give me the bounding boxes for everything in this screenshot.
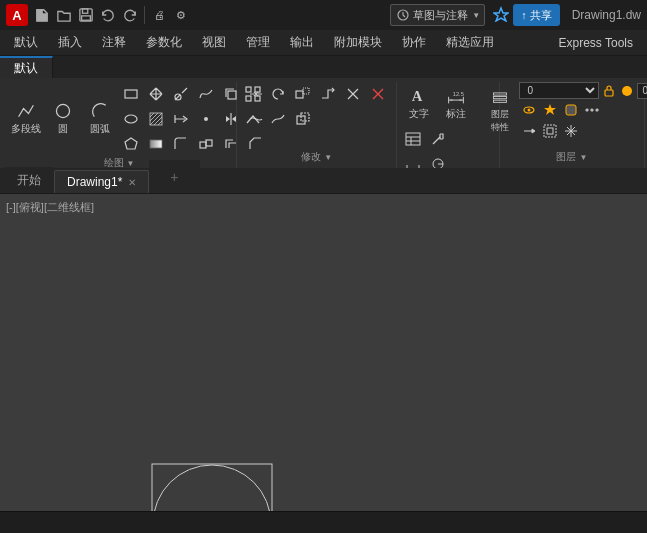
rectangle-tool[interactable] <box>119 82 143 106</box>
svg-line-13 <box>150 113 158 121</box>
menu-parametric[interactable]: 参数化 <box>136 31 192 54</box>
array-tool[interactable] <box>241 82 265 106</box>
stretch-tool[interactable] <box>316 82 340 106</box>
save-button[interactable] <box>76 5 96 25</box>
tab-drawing1[interactable]: Drawing1* ✕ <box>54 170 149 193</box>
group-layers: 图层特性 0 0 <box>500 82 645 168</box>
menu-output[interactable]: 输出 <box>280 31 324 54</box>
svg-rect-64 <box>566 105 576 115</box>
svg-point-73 <box>153 465 271 511</box>
modify-group-chevron[interactable]: ▼ <box>324 153 332 162</box>
layer-freeze2-icon[interactable] <box>561 121 581 141</box>
modify-group-label: 修改 <box>301 150 321 164</box>
drawing-area[interactable]: [-][俯视][二维线框] <box>0 194 647 511</box>
polyline-tool[interactable]: 多段线 <box>8 97 44 141</box>
tab-default[interactable]: 默认 <box>0 56 53 78</box>
plot-button[interactable]: 🖨 <box>149 5 169 25</box>
menu-view[interactable]: 视图 <box>192 31 236 54</box>
spline-tool[interactable] <box>194 82 218 106</box>
svg-rect-58 <box>494 100 507 102</box>
svg-marker-18 <box>125 138 137 149</box>
explode-tool[interactable] <box>341 82 365 106</box>
open-button[interactable] <box>54 5 74 25</box>
fillet-tool[interactable] <box>169 132 193 156</box>
hatch-tool[interactable] <box>144 107 168 131</box>
pedit-tool[interactable] <box>241 107 265 131</box>
menu-default[interactable]: 默认 <box>4 31 48 54</box>
layer-number: 0 <box>637 83 647 99</box>
layer-isolate-icon[interactable] <box>540 121 560 141</box>
move-tool[interactable] <box>144 82 168 106</box>
svg-rect-71 <box>544 125 556 137</box>
new-button[interactable] <box>32 5 52 25</box>
group-draw: 直线 多段线 圆 圆弧 <box>2 82 237 168</box>
workspace-dropdown[interactable]: 草图与注释 ▼ <box>390 4 485 26</box>
dim-linear-tool[interactable] <box>401 152 425 168</box>
app-logo[interactable]: A <box>6 4 28 26</box>
svg-marker-69 <box>532 129 535 133</box>
share-button[interactable]: ↑ 共享 <box>513 4 560 26</box>
arc-tool[interactable]: 圆弧 <box>82 97 118 141</box>
leader-tool[interactable] <box>426 127 450 151</box>
menu-featured[interactable]: 精选应用 <box>436 31 504 54</box>
ellipse-tool[interactable] <box>119 107 143 131</box>
table-tool[interactable] <box>401 127 425 151</box>
svg-line-12 <box>150 113 154 117</box>
layer-color2-icon[interactable] <box>561 100 581 120</box>
rotate-tool[interactable] <box>266 82 290 106</box>
draw-group-chevron[interactable]: ▼ <box>127 159 135 168</box>
layer-color-icon[interactable] <box>619 83 635 99</box>
menu-manage[interactable]: 管理 <box>236 31 280 54</box>
express-tools-menu[interactable]: Express Tools <box>549 33 643 53</box>
dimension-tool[interactable]: 12.5 标注 <box>438 82 474 126</box>
layers-group-chevron[interactable]: ▼ <box>579 153 587 162</box>
line-tool[interactable]: 直线 <box>0 97 7 141</box>
point-tool[interactable] <box>194 107 218 131</box>
draw-group-label: 绘图 <box>104 156 124 168</box>
layer-dropdown[interactable]: 0 <box>519 82 599 99</box>
polygon-tool[interactable] <box>119 132 143 156</box>
menu-annotation[interactable]: 注释 <box>92 31 136 54</box>
layer-lock-icon[interactable] <box>601 83 617 99</box>
scale-tool[interactable] <box>291 82 315 106</box>
layer-properties-tool[interactable]: 图层特性 <box>482 90 518 134</box>
nav-icon[interactable] <box>493 6 509 25</box>
trim-tool[interactable] <box>169 82 193 106</box>
layer-visible-icon[interactable] <box>519 100 539 120</box>
svg-point-10 <box>125 115 137 123</box>
aligntext-tool[interactable] <box>266 107 290 131</box>
status-tabs: 开始 Drawing1* ✕ + <box>0 168 647 194</box>
extend-tool[interactable] <box>169 107 193 131</box>
tab-close-button[interactable]: ✕ <box>128 177 136 188</box>
svg-rect-72 <box>152 464 272 511</box>
tab-start[interactable]: 开始 <box>4 167 54 193</box>
svg-rect-43 <box>406 133 420 145</box>
svg-rect-28 <box>246 96 251 101</box>
erase-tool[interactable] <box>366 82 390 106</box>
svg-rect-20 <box>228 91 236 99</box>
block-tool[interactable] <box>194 132 218 156</box>
svg-rect-25 <box>206 140 212 146</box>
menu-collaborate[interactable]: 协作 <box>392 31 436 54</box>
svg-rect-31 <box>303 88 309 94</box>
svg-rect-2 <box>82 16 91 20</box>
svg-rect-30 <box>296 91 303 98</box>
svg-text:A: A <box>412 88 423 104</box>
settings-button[interactable]: ⚙ <box>171 5 191 25</box>
layer-match-icon[interactable] <box>519 121 539 141</box>
menu-addon[interactable]: 附加模块 <box>324 31 392 54</box>
dim-radius-tool[interactable] <box>426 152 450 168</box>
svg-point-62 <box>528 109 531 112</box>
menu-insert[interactable]: 插入 <box>48 31 92 54</box>
layer-freeze-icon[interactable] <box>540 100 560 120</box>
workspace-label: 草图与注释 <box>413 8 468 23</box>
title-bar: A 🖨 ⚙ 草图与注释 ▼ ↑ 共享 <box>0 0 647 30</box>
circle-tool[interactable]: 圆 <box>45 97 81 141</box>
draworder-tool[interactable] <box>291 107 315 131</box>
tab-add[interactable]: + <box>149 160 199 193</box>
text-tool[interactable]: A 文字 <box>401 82 437 126</box>
gradient-tool[interactable] <box>144 132 168 156</box>
undo-button[interactable] <box>98 5 118 25</box>
redo-button[interactable] <box>120 5 140 25</box>
layer-more-icon[interactable] <box>582 100 602 120</box>
